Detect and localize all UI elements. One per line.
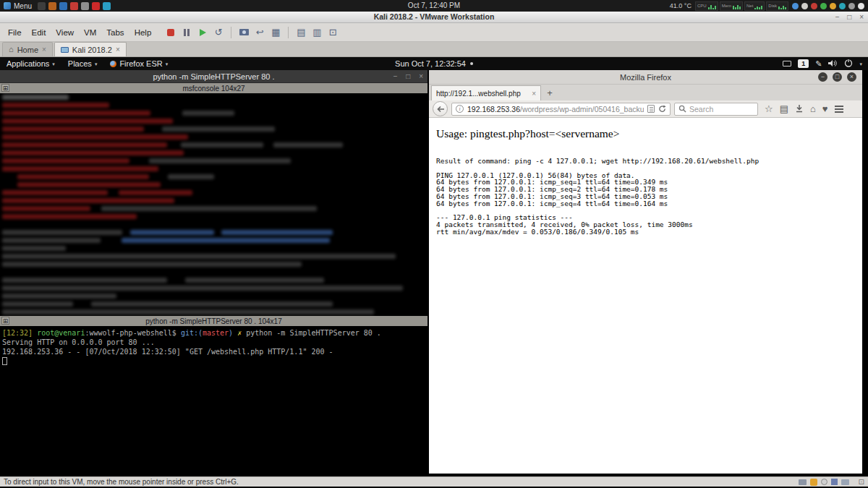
url-bar[interactable]: i 192.168.253.36/wordpress/wp-admin/0504… <box>451 103 671 116</box>
output-line: Result of command: ping -c 4 127.0.0.1; … <box>436 158 862 165</box>
menu-help[interactable]: Help <box>129 26 157 39</box>
minimize-button[interactable]: − <box>818 72 827 82</box>
kali-clock[interactable]: Sun Oct 7, 12:32:54 <box>395 57 473 70</box>
tray-icon[interactable] <box>820 3 827 9</box>
network-adapter-icon[interactable] <box>841 479 849 485</box>
fullscreen-button[interactable]: ⊡ <box>326 25 340 40</box>
workspace-indicator[interactable]: 1 <box>798 59 809 68</box>
show-library-button[interactable]: ▤ <box>294 25 308 40</box>
host-clock[interactable]: Oct 7, 12:40 PM <box>408 0 460 12</box>
firefox-esr-appmenu[interactable]: Firefox ESR ▾ <box>103 57 174 70</box>
site-info-icon[interactable]: i <box>456 105 464 113</box>
hamburger-menu-icon[interactable] <box>835 106 843 113</box>
msfconsole-output-redacted[interactable] <box>0 93 427 316</box>
launcher-icon[interactable] <box>92 2 100 10</box>
places-menu[interactable]: Places ▾ <box>61 57 104 70</box>
tab-kali-vm[interactable]: Kali 2018.2 × <box>54 42 127 56</box>
tray-icon[interactable] <box>811 3 817 9</box>
tray-icon[interactable] <box>830 3 836 9</box>
menu-vm[interactable]: VM <box>79 26 101 39</box>
launcher-icon[interactable] <box>81 2 89 10</box>
close-icon[interactable]: × <box>859 13 864 21</box>
tab-close-icon[interactable]: × <box>116 46 120 53</box>
menu-view[interactable]: View <box>51 26 79 39</box>
close-button[interactable]: × <box>847 72 856 82</box>
grid-icon[interactable]: ⊞ <box>1 317 9 325</box>
launcher-icon[interactable] <box>70 2 78 10</box>
restore-layout-icon[interactable]: ⊡ <box>859 479 864 486</box>
bookmarks-library-icon[interactable]: ▤ <box>780 104 788 114</box>
tray-icon[interactable] <box>848 3 855 9</box>
vmware-titlebar[interactable]: Kali 2018.2 - VMware Workstation − □ × <box>0 12 868 23</box>
search-icon <box>678 103 686 116</box>
http-server-output[interactable]: [12:32] root@venari:wwwolf-php-webshell$… <box>0 326 427 474</box>
reset-button[interactable]: ↺ <box>211 25 226 40</box>
launcher-icon[interactable] <box>48 2 56 10</box>
downloads-icon[interactable] <box>795 103 804 116</box>
console-view-button[interactable]: ▥ <box>310 25 324 40</box>
take-snapshot-button[interactable] <box>237 25 251 40</box>
firefox-esr-label: Firefox ESR <box>119 57 162 70</box>
tab-close-icon[interactable]: × <box>532 90 536 98</box>
host-menu-button[interactable]: Menu <box>4 2 32 10</box>
system-monitors: CPUMemNetDisk <box>695 1 788 11</box>
close-icon[interactable]: × <box>419 72 423 80</box>
redacted-segment <box>2 301 73 307</box>
msfconsole-pane-title: msfconsole 104x27 <box>182 85 244 93</box>
harddisk-icon[interactable] <box>799 479 807 485</box>
redacted-segment <box>101 206 317 211</box>
back-button[interactable] <box>433 101 448 116</box>
applications-menu[interactable]: Applications ▾ <box>0 57 61 70</box>
pocket-icon[interactable]: ♥ <box>822 104 828 114</box>
launcher-icon[interactable] <box>59 2 67 10</box>
menu-file[interactable]: File <box>3 26 27 39</box>
maximize-icon[interactable]: □ <box>847 13 851 21</box>
power-off-button[interactable] <box>163 25 178 40</box>
new-tab-button[interactable]: + <box>541 86 558 100</box>
browser-tab[interactable]: http://192.1...webshell.php × <box>431 85 541 100</box>
display-icon[interactable] <box>783 61 791 67</box>
floppy-icon[interactable] <box>831 479 838 485</box>
minimize-icon[interactable]: − <box>835 13 840 21</box>
minimize-icon[interactable]: − <box>393 72 398 80</box>
power-icon[interactable] <box>844 59 853 69</box>
revert-snapshot-button[interactable]: ↩ <box>252 25 267 40</box>
tray-icon[interactable] <box>858 3 864 9</box>
command-output: Result of command: ping -c 4 127.0.0.1; … <box>436 158 862 236</box>
cdrom-icon[interactable] <box>821 479 827 485</box>
page-content[interactable]: Usage: pingtest.php?host=<servername> Re… <box>429 118 862 474</box>
tray-icon[interactable] <box>801 3 808 9</box>
msfconsole-pane-header[interactable]: ⊞ msfconsole 104x27 <box>0 83 427 93</box>
firefox-window-buttons: − □ × <box>818 72 856 82</box>
reader-mode-icon[interactable] <box>647 105 655 113</box>
menu-tabs[interactable]: Tabs <box>101 26 129 39</box>
maximize-button[interactable]: □ <box>833 72 842 82</box>
redacted-line <box>0 300 427 308</box>
grid-icon[interactable]: ⊞ <box>1 84 9 92</box>
menu-edit[interactable]: Edit <box>27 26 51 39</box>
volume-icon[interactable] <box>828 59 838 69</box>
snapshot-manager-button[interactable]: ▦ <box>268 25 283 40</box>
firefox-titlebar[interactable]: Mozilla Firefox − □ × <box>429 70 862 85</box>
pen-icon[interactable]: ✎ <box>815 60 822 68</box>
message-log-icon[interactable] <box>810 479 817 486</box>
tray-icon[interactable] <box>839 3 846 9</box>
maximize-icon[interactable]: □ <box>406 72 410 80</box>
launcher-icon[interactable] <box>38 2 46 10</box>
home-icon[interactable]: ⌂ <box>810 104 816 114</box>
tab-home[interactable]: ⌂ Home × <box>2 42 53 56</box>
launcher-icon[interactable] <box>103 2 111 10</box>
bookmark-star-icon[interactable]: ☆ <box>765 104 773 114</box>
suspend-button[interactable] <box>179 25 194 40</box>
chevron-down-icon[interactable]: ▾ <box>859 61 862 67</box>
redacted-line <box>0 133 427 141</box>
redacted-segment <box>17 182 161 187</box>
vm-display[interactable]: Applications ▾ Places ▾ Firefox ESR ▾ Su… <box>0 57 868 476</box>
power-on-button[interactable] <box>195 25 210 40</box>
search-box[interactable]: Search <box>674 103 758 116</box>
reload-button[interactable] <box>658 103 666 116</box>
terminal-titlebar[interactable]: python -m SimpleHTTPServer 80 . − □ × <box>0 70 427 83</box>
tray-icon[interactable] <box>792 3 799 9</box>
tab-close-icon[interactable]: × <box>42 46 46 53</box>
http-server-pane-header[interactable]: ⊞ python -m SimpleHTTPServer 80 . 104x17 <box>0 316 427 326</box>
